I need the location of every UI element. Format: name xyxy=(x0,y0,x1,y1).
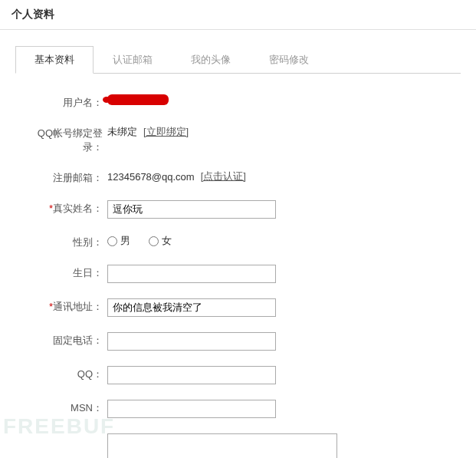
label-qq-login: QQ帐号绑定登录： xyxy=(23,124,107,154)
label-username: 用户名： xyxy=(23,93,107,110)
address-input[interactable] xyxy=(107,298,276,317)
tabs: 基本资料 认证邮箱 我的头像 密码修改 xyxy=(15,45,461,74)
label-real-name: *真实姓名： xyxy=(23,199,107,216)
label-qq: QQ： xyxy=(23,364,107,381)
label-phone: 固定电话： xyxy=(23,331,107,348)
label-address: *通讯地址： xyxy=(23,297,107,314)
birthday-input[interactable] xyxy=(107,265,276,283)
label-gender: 性别： xyxy=(23,232,107,249)
tab-email[interactable]: 认证邮箱 xyxy=(94,46,172,74)
form-area: 用户名： QQ帐号绑定登录： 未绑定 [立即绑定] 注册邮箱： 12345678… xyxy=(15,74,461,458)
gender-male-radio[interactable] xyxy=(107,236,117,246)
username-redacted xyxy=(107,94,169,105)
page-title: 个人资料 xyxy=(0,0,476,30)
tab-avatar[interactable]: 我的头像 xyxy=(172,46,250,74)
label-birthday: 生日： xyxy=(23,263,107,280)
reg-email-value: 12345678@qq.com xyxy=(107,171,195,183)
tab-basic[interactable]: 基本资料 xyxy=(15,46,94,74)
label-msn: MSN： xyxy=(23,398,107,415)
reg-email-verify-link[interactable]: [点击认证] xyxy=(201,170,246,183)
bio-textarea[interactable] xyxy=(107,433,337,458)
tab-password[interactable]: 密码修改 xyxy=(250,46,328,74)
label-reg-email: 注册邮箱： xyxy=(23,168,107,185)
msn-input[interactable] xyxy=(107,400,276,418)
real-name-input[interactable] xyxy=(107,200,276,219)
qq-input[interactable] xyxy=(107,366,276,384)
gender-male-label: 男 xyxy=(120,234,130,248)
gender-female-radio[interactable] xyxy=(149,236,159,246)
phone-input[interactable] xyxy=(107,332,276,351)
label-bio: 个人简介： xyxy=(23,432,107,458)
qq-bind-link[interactable]: [立即绑定] xyxy=(143,125,189,139)
gender-female-label: 女 xyxy=(162,234,172,248)
qq-bind-status: 未绑定 xyxy=(107,125,137,139)
